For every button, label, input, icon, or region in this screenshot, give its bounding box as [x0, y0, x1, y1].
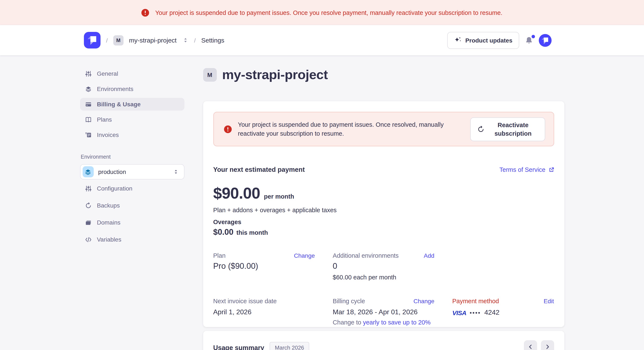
refresh-icon [477, 126, 484, 133]
page-title: my-strapi-project [222, 67, 328, 82]
external-link-icon [548, 167, 554, 173]
app-header: / M my-strapi-project / Settings Product… [0, 25, 644, 55]
breadcrumb-separator: / [194, 37, 196, 44]
terms-of-service-link[interactable]: Terms of Service [500, 166, 554, 173]
suspension-banner: Your project is suspended due to payment… [0, 0, 644, 25]
card-last4: 4242 [484, 309, 500, 316]
sidebar-item-label: Domains [97, 219, 120, 226]
suspension-notice: Your project is suspended due to payment… [213, 112, 554, 146]
sidebar-item-label: Variables [97, 236, 122, 243]
project-initial-badge: M [203, 68, 216, 82]
notifications-bell[interactable] [525, 36, 533, 44]
card-masked-digits: •••• [470, 309, 481, 316]
breadcrumb-project-name[interactable]: my-strapi-project [129, 37, 176, 44]
environment-layers-icon [82, 166, 94, 177]
payment-method-cell: Payment method Edit VISA •••• 4242 [452, 298, 554, 326]
yearly-savings-link[interactable]: yearly to save up to 20% [363, 319, 430, 326]
additional-environments-label: Additional environments [333, 252, 399, 259]
sidebar-item-label: Billing & Usage [97, 101, 140, 108]
billing-cycle-upsell: Change to yearly to save up to 20% [333, 319, 434, 326]
chevron-left-icon [527, 344, 534, 350]
terms-of-service-label: Terms of Service [500, 166, 546, 173]
next-invoice-cell: Next invoice issue date April 1, 2026 [213, 298, 315, 326]
previous-month-button[interactable] [524, 340, 537, 350]
environment-select-arrows-icon [173, 169, 179, 175]
billing-cycle-range: Mar 18, 2026 - Apr 01, 2026 [333, 308, 434, 316]
alert-icon [224, 125, 232, 133]
sidebar-item-backups[interactable]: Backups [80, 199, 184, 212]
additional-environments-cell: Additional environments Add 0 $60.00 eac… [333, 252, 434, 281]
usage-summary-card: Usage summary March 2026 [203, 331, 564, 350]
sidebar-item-label: Backups [97, 202, 120, 209]
overages-amount: $0.00 [213, 227, 234, 237]
sidebar-item-plans[interactable]: Plans [80, 113, 184, 126]
main-content: M my-strapi-project Your project is susp… [203, 67, 564, 350]
usage-period-badge: March 2026 [270, 342, 309, 350]
payment-method-value: VISA •••• 4242 [452, 309, 554, 316]
visa-logo: VISA [452, 309, 466, 316]
product-updates-button[interactable]: Product updates [447, 32, 519, 49]
sidebar-item-environments[interactable]: Environments [80, 82, 184, 95]
edit-payment-method-link[interactable]: Edit [544, 298, 554, 305]
additional-environments-count: 0 [333, 262, 434, 271]
payment-period: per month [264, 193, 294, 200]
environment-select[interactable]: production [80, 164, 184, 179]
page-title-row: M my-strapi-project [203, 67, 564, 82]
sidebar-item-billing-usage[interactable]: Billing & Usage [80, 98, 184, 111]
sidebar-item-domains[interactable]: Domains [80, 216, 184, 229]
plan-value: Pro ($90.00) [213, 262, 315, 271]
overages-period: this month [236, 229, 268, 236]
settings-sidebar: General Environments Billing & Usage [80, 67, 184, 350]
change-billing-cycle-link[interactable]: Change [414, 298, 434, 305]
sparkles-icon [454, 36, 462, 44]
strapi-cloud-app: Your project is suspended due to payment… [0, 0, 644, 350]
sidebar-item-general[interactable]: General [80, 67, 184, 80]
reactivate-subscription-button[interactable]: Reactivate subscription [470, 117, 545, 141]
suspension-notice-text: Your project is suspended due to payment… [238, 120, 462, 138]
payment-method-label: Payment method [452, 298, 499, 305]
project-switcher-icon[interactable] [182, 37, 188, 43]
payment-formula: Plan + addons + overages + applicable ta… [213, 207, 554, 213]
environment-select-value: production [98, 169, 168, 175]
environment-nav: Configuration Backups Domains [80, 182, 184, 246]
sidebar-item-label: General [97, 70, 118, 77]
next-month-button[interactable] [541, 340, 554, 350]
usage-period-pager [524, 340, 554, 350]
next-invoice-label: Next invoice issue date [213, 298, 277, 305]
sidebar-item-label: Configuration [97, 185, 132, 192]
change-to-prefix: Change to [333, 319, 363, 326]
user-avatar[interactable] [539, 34, 552, 47]
notification-dot [532, 35, 535, 38]
invoice-icon [85, 132, 91, 138]
payment-amount: $90.00 [213, 184, 260, 202]
empty-cell [452, 252, 554, 281]
estimated-payment: $90.00 per month [213, 184, 554, 202]
book-icon [85, 116, 91, 123]
folder-stack-icon [85, 219, 91, 226]
environment-section-label: Environment [81, 154, 184, 160]
billing-card: Your project is suspended due to payment… [203, 101, 564, 327]
breadcrumb-section[interactable]: Settings [201, 37, 224, 44]
code-icon [85, 236, 91, 243]
environment-unit-price: $60.00 each per month [333, 274, 434, 281]
strapi-logo[interactable] [84, 32, 100, 48]
billing-grid: Next invoice issue date April 1, 2026 Bi… [213, 298, 554, 326]
payment-section-header: Your next estimated payment Terms of Ser… [213, 166, 554, 174]
next-invoice-date: April 1, 2026 [213, 308, 315, 316]
sidebar-item-configuration[interactable]: Configuration [80, 182, 184, 195]
breadcrumb: / M my-strapi-project / Settings [84, 32, 447, 48]
credit-card-icon [85, 101, 91, 107]
breadcrumb-separator: / [106, 37, 108, 44]
product-updates-label: Product updates [465, 37, 512, 44]
content-layout: General Environments Billing & Usage [80, 67, 564, 350]
suspension-banner-text: Your project is suspended due to payment… [155, 9, 502, 16]
change-plan-link[interactable]: Change [294, 252, 315, 259]
usage-summary-header: Usage summary March 2026 [213, 342, 554, 350]
chevron-right-icon [544, 344, 550, 350]
sidebar-item-variables[interactable]: Variables [80, 233, 184, 246]
sliders-icon [85, 70, 91, 77]
add-environment-link[interactable]: Add [424, 252, 434, 259]
sliders-icon [85, 185, 91, 191]
sidebar-item-label: Invoices [97, 131, 119, 138]
sidebar-item-invoices[interactable]: Invoices [80, 128, 184, 141]
